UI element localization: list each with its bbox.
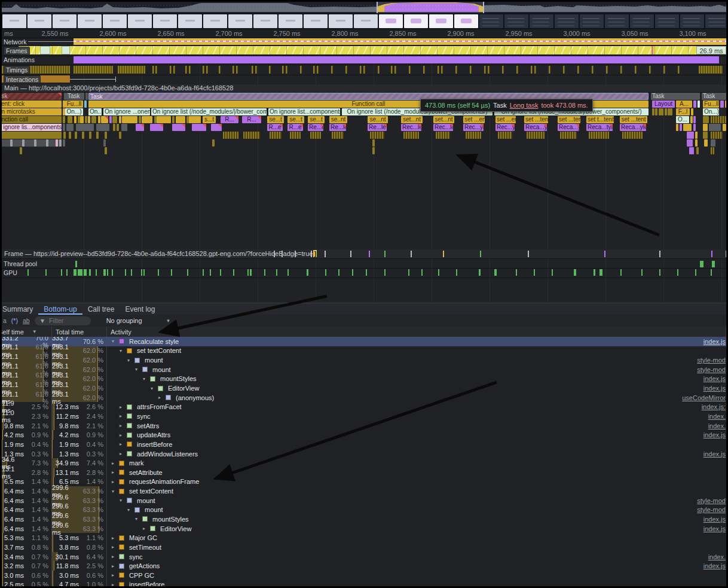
column-header-activity[interactable]: Activity	[107, 327, 726, 337]
source-location-link[interactable]: index.js	[703, 385, 726, 392]
table-row[interactable]: 34.6 ms7.3 %34.9 ms7.4 %▸mark	[2, 458, 726, 468]
flame-event[interactable]: set ...ent	[495, 116, 516, 123]
collapse-arrow-icon[interactable]: ▸	[117, 404, 124, 410]
filmstrip-thumbnail[interactable]	[78, 14, 102, 28]
flame-event[interactable]	[725, 100, 726, 108]
flame-event[interactable]	[703, 116, 709, 123]
filmstrip-thumbnail[interactable]	[354, 14, 378, 28]
collapse-arrow-icon[interactable]: ▸	[117, 432, 124, 438]
flame-event[interactable]	[59, 139, 62, 147]
flame-event[interactable]: O...	[676, 116, 689, 123]
flame-event[interactable]	[690, 116, 693, 123]
flame-event[interactable]: Rec...le	[433, 124, 453, 131]
source-location-link[interactable]: style-mod	[697, 366, 726, 373]
flame-event[interactable]: On...)	[88, 108, 102, 115]
collapse-arrow-icon[interactable]: ▸	[109, 479, 117, 485]
time-ruler[interactable]: ms2,550 ms2,600 ms2,650 ms2,700 ms2,750 …	[2, 29, 726, 38]
flame-event[interactable]	[189, 116, 201, 123]
source-location-link[interactable]: style-mod	[697, 357, 726, 364]
flame-event[interactable]: Re...e	[308, 124, 323, 131]
table-row[interactable]: 9.8 ms2.1 %9.8 ms2.1 %▸setAttrsindex.	[2, 421, 726, 431]
flame-event[interactable]	[589, 132, 609, 139]
flame-event[interactable]	[676, 124, 678, 131]
flame-event[interactable]	[103, 139, 106, 147]
flame-event[interactable]	[121, 124, 127, 131]
flame-event[interactable]	[670, 108, 672, 115]
table-row[interactable]: 3.2 ms0.7 %11.8 ms2.5 %▸getActionsindex.…	[2, 561, 726, 571]
collapse-arrow-icon[interactable]: ▸	[109, 554, 117, 559]
expand-arrow-icon[interactable]: ▾	[148, 386, 155, 391]
flame-event[interactable]	[56, 139, 58, 147]
flame-event[interactable]: Layout	[652, 100, 675, 108]
source-location-link[interactable]: index.js:	[702, 403, 726, 410]
bottom-up-table[interactable]: 331.2 ms70.0 %333.7 ms70.6 %▾Recalculate…	[2, 337, 726, 586]
source-location-link[interactable]: index.	[708, 422, 726, 429]
gpu-track[interactable]: GPU	[2, 267, 726, 278]
flame-event[interactable]	[105, 147, 107, 154]
tab-event-log[interactable]: Event log	[120, 303, 160, 315]
flame-event[interactable]: set...nt	[401, 116, 423, 123]
source-location-link[interactable]: useCodeMirror	[682, 394, 726, 401]
flame-event[interactable]	[96, 132, 99, 139]
flame-event[interactable]	[711, 116, 726, 123]
flame-event[interactable]	[119, 116, 121, 123]
flame-event[interactable]	[703, 124, 708, 131]
tooltip-long-task-link[interactable]: Long task	[510, 102, 539, 109]
flame-event[interactable]	[372, 139, 375, 147]
filmstrip-thumbnail[interactable]	[103, 14, 127, 28]
flame-event[interactable]	[310, 132, 321, 139]
flame-event[interactable]	[691, 108, 693, 115]
flame-event[interactable]: Rec...yle	[463, 124, 484, 131]
flame-event[interactable]	[122, 116, 137, 123]
filmstrip-thumbnail[interactable]	[655, 14, 679, 28]
collapse-arrow-icon[interactable]: ▸	[140, 526, 148, 531]
flame-event[interactable]	[711, 147, 714, 154]
flame-event[interactable]: se...nt	[368, 116, 388, 123]
expand-arrow-icon[interactable]: ▾	[117, 348, 124, 354]
collapse-arrow-icon[interactable]: ▸	[109, 535, 117, 541]
source-location-link[interactable]: index.	[708, 553, 726, 560]
flame-event[interactable]: set...nt	[433, 116, 454, 123]
table-row[interactable]: 13.1 ms2.8 %13.1 ms2.8 %▸setAttribute	[2, 468, 726, 477]
flame-event[interactable]	[66, 124, 74, 131]
flame-event[interactable]	[680, 124, 682, 131]
expand-arrow-icon[interactable]: ▾	[109, 489, 117, 494]
flame-event[interactable]: On ignore list...components/)	[268, 108, 340, 115]
flame-event[interactable]	[290, 132, 301, 139]
flame-event[interactable]: se...t	[267, 116, 284, 123]
collapse-arrow-icon[interactable]: ▸	[109, 572, 117, 578]
flame-event[interactable]	[63, 132, 66, 139]
flame-event[interactable]: set ...tent	[524, 116, 548, 123]
flame-event[interactable]	[211, 124, 222, 131]
source-location-link[interactable]: style-mod	[697, 506, 726, 513]
network-track[interactable]: Network	[2, 38, 726, 46]
flame-event[interactable]: Rec...yle	[495, 124, 515, 131]
flame-event[interactable]: Fu...ll	[703, 100, 719, 108]
filmstrip-thumbnail[interactable]	[329, 14, 353, 28]
filmstrip-thumbnail[interactable]	[479, 14, 503, 28]
collapse-arrow-icon[interactable]: ▸	[109, 544, 117, 550]
flame-event[interactable]: Re...le	[329, 124, 346, 131]
flame-event[interactable]	[243, 132, 260, 139]
filmstrip-thumbnail[interactable]	[454, 14, 478, 28]
flame-event[interactable]	[695, 132, 698, 139]
filmstrip-thumbnail[interactable]	[530, 14, 553, 28]
flame-event[interactable]	[332, 132, 344, 139]
expand-arrow-icon[interactable]: ▾	[133, 516, 140, 522]
flame-event[interactable]: On...)	[703, 108, 719, 115]
collapse-arrow-icon[interactable]: ▸	[156, 395, 163, 400]
table-row[interactable]: 1.3 ms0.3 %1.3 ms0.3 %▸addWindowListener…	[2, 449, 726, 459]
source-location-link[interactable]: index.js	[703, 516, 726, 523]
flame-event[interactable]: n ignore lis...omponents/)	[2, 124, 62, 131]
flame-event[interactable]	[695, 139, 698, 147]
match-whole-word-icon[interactable]: ab	[23, 317, 30, 324]
timeline-overview-minimap[interactable]	[2, 2, 726, 29]
column-header-self-time[interactable]: Self time ▼	[2, 327, 52, 337]
filmstrip-thumbnail[interactable]	[178, 14, 202, 28]
frames-track[interactable]: 26.9 ms Frames	[2, 45, 726, 56]
flame-event[interactable]	[683, 124, 692, 131]
source-location-link[interactable]: index.js	[703, 338, 726, 345]
filmstrip-thumbnail[interactable]	[2, 14, 26, 28]
expand-arrow-icon[interactable]: ▾	[133, 367, 140, 372]
flame-event[interactable]	[91, 116, 96, 123]
